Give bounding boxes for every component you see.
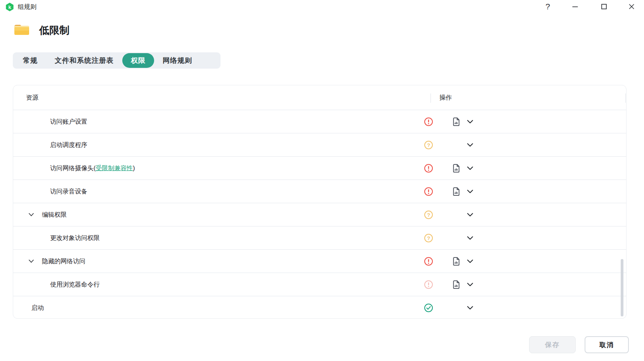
svg-text:?: ? xyxy=(427,142,430,148)
chevron-down-icon[interactable] xyxy=(467,283,473,287)
resource-name: 访问账户设置 xyxy=(50,118,87,124)
resource-label: 访问网络摄像头(受限制兼容性) xyxy=(50,164,135,172)
log-report-icon[interactable] xyxy=(453,164,460,173)
log-report-icon[interactable] xyxy=(453,280,460,289)
expander-chevron-down-icon[interactable] xyxy=(29,259,34,263)
log-report-icon[interactable] xyxy=(453,117,460,126)
svg-text:k: k xyxy=(8,4,11,10)
status-block-icon xyxy=(424,187,433,196)
resource-name: 启动调度程序 xyxy=(50,141,87,148)
column-separator[interactable] xyxy=(625,93,626,103)
help-button[interactable]: ? xyxy=(539,0,557,13)
table-row[interactable]: 隐藏的网络访问 xyxy=(13,249,626,273)
page-title: 低限制 xyxy=(39,24,69,37)
kaspersky-logo-icon: k xyxy=(5,3,14,11)
log-report-icon[interactable] xyxy=(453,257,460,266)
svg-text:?: ? xyxy=(427,212,430,218)
save-button[interactable]: 保存 xyxy=(529,336,576,353)
vertical-scrollbar-thumb[interactable] xyxy=(621,259,623,316)
status-block-icon xyxy=(424,257,433,266)
link-paren-close: ) xyxy=(133,164,135,171)
tab-3[interactable]: 权限 xyxy=(122,53,154,68)
tab-bar: 常规文件和系统注册表权限网络规则 xyxy=(13,52,220,69)
maximize-icon xyxy=(601,4,607,9)
log-report-icon[interactable] xyxy=(453,187,460,196)
window-title: 组规则 xyxy=(18,3,36,11)
table-row[interactable]: 更改对象访问权限? xyxy=(13,226,626,249)
status-allow-icon xyxy=(424,303,433,313)
table-row[interactable]: 访问账户设置 xyxy=(13,110,626,133)
close-icon xyxy=(629,4,634,9)
table-body: 访问账户设置启动调度程序?访问网络摄像头(受限制兼容性)访问录音设备编辑权限?更… xyxy=(13,110,626,319)
minimize-icon xyxy=(572,6,578,7)
status-block-inactive-icon xyxy=(424,280,433,289)
resource-name: 编辑权限 xyxy=(42,211,67,218)
resource-label: 访问录音设备 xyxy=(50,187,87,195)
resource-label: 启动 xyxy=(31,304,44,312)
chevron-down-icon[interactable] xyxy=(467,190,473,193)
table-header: 资源 操作 xyxy=(13,85,626,110)
table-row[interactable]: 启动 xyxy=(13,296,626,319)
chevron-down-icon[interactable] xyxy=(467,213,473,217)
column-header-resource: 资源 xyxy=(26,94,38,102)
resource-label: 访问账户设置 xyxy=(50,117,87,126)
status-prompt-icon: ? xyxy=(424,233,433,243)
resource-name: 更改对象访问权限 xyxy=(50,234,100,241)
chevron-down-icon[interactable] xyxy=(467,259,473,263)
close-button[interactable] xyxy=(623,0,641,13)
resource-label: 更改对象访问权限 xyxy=(50,234,100,242)
tab-4[interactable]: 网络规则 xyxy=(154,53,201,68)
resource-name: 访问网络摄像头 xyxy=(50,164,94,171)
cancel-button[interactable]: 取消 xyxy=(585,336,629,353)
chevron-down-icon[interactable] xyxy=(467,236,473,240)
table-row[interactable]: 访问录音设备 xyxy=(13,180,626,203)
maximize-button[interactable] xyxy=(595,0,613,13)
resource-label: 启动调度程序 xyxy=(50,141,87,149)
resource-name: 使用浏览器命令行 xyxy=(50,281,100,287)
resource-label: 使用浏览器命令行 xyxy=(50,280,100,288)
svg-text:?: ? xyxy=(427,235,430,241)
chevron-down-icon[interactable] xyxy=(467,306,473,310)
table-row[interactable]: 访问网络摄像头(受限制兼容性) xyxy=(13,156,626,180)
resource-name: 访问录音设备 xyxy=(50,188,87,194)
status-block-icon xyxy=(424,164,433,173)
table-row[interactable]: 使用浏览器命令行 xyxy=(13,273,626,296)
status-prompt-icon: ? xyxy=(424,140,433,150)
resource-name: 隐藏的网络访问 xyxy=(42,257,85,264)
table-row[interactable]: 编辑权限? xyxy=(13,203,626,226)
resource-label: 编辑权限 xyxy=(42,211,67,219)
tab-2[interactable]: 文件和系统注册表 xyxy=(46,53,122,68)
status-block-icon xyxy=(424,117,433,126)
minimize-button[interactable] xyxy=(566,0,584,13)
folder-icon xyxy=(14,22,30,36)
chevron-down-icon[interactable] xyxy=(467,120,473,124)
compatibility-link[interactable]: 受限制兼容性 xyxy=(95,164,133,171)
permissions-table: 资源 操作 访问账户设置启动调度程序?访问网络摄像头(受限制兼容性)访问录音设备… xyxy=(13,85,627,319)
resource-label: 隐藏的网络访问 xyxy=(42,257,85,265)
column-header-action: 操作 xyxy=(439,94,452,102)
tab-1[interactable]: 常规 xyxy=(14,53,46,68)
column-separator[interactable] xyxy=(430,93,431,103)
expander-chevron-down-icon[interactable] xyxy=(29,213,34,216)
table-row[interactable]: 启动调度程序? xyxy=(13,133,626,156)
chevron-down-icon[interactable] xyxy=(467,166,473,170)
titlebar: k 组规则 ? xyxy=(0,0,644,14)
chevron-down-icon[interactable] xyxy=(467,143,473,147)
status-prompt-icon: ? xyxy=(424,210,433,219)
resource-name: 启动 xyxy=(31,304,44,311)
